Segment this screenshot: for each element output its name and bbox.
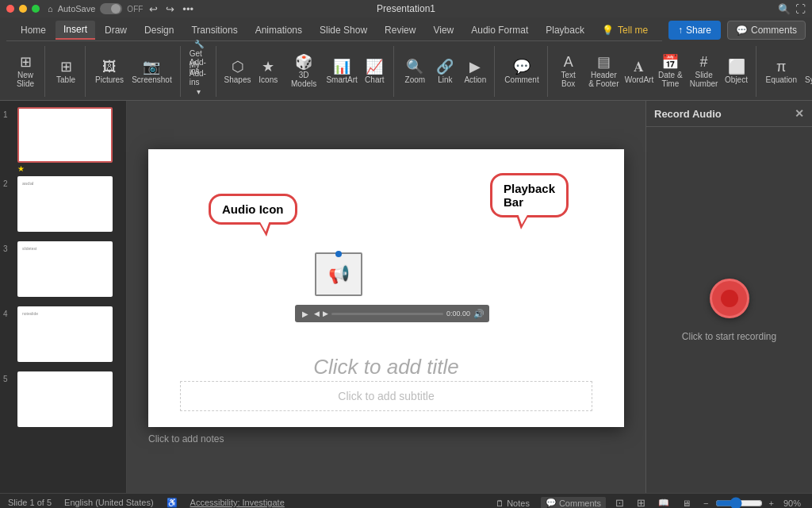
- link-button[interactable]: 🔗 Link: [431, 51, 459, 92]
- smartart-button[interactable]: 📊 SmartArt: [325, 51, 358, 92]
- presenter-view-icon[interactable]: 🖥: [679, 498, 694, 509]
- lightbulb-icon: 💡: [602, 25, 614, 36]
- ribbon-group-illustrations: ⬡ Shapes ★ Icons 🎲 3D Models 📊 SmartArt …: [218, 46, 395, 97]
- toggle-knob: [111, 4, 121, 13]
- tab-animations[interactable]: Animations: [247, 21, 310, 39]
- link-icon: 🔗: [436, 60, 454, 74]
- object-button[interactable]: ⬜ Object: [722, 51, 751, 92]
- slide-thumb-4[interactable]: 4 noteslide: [3, 306, 123, 362]
- slide-preview-4[interactable]: noteslide: [17, 306, 113, 362]
- zoom-slider[interactable]: [715, 497, 763, 509]
- resize-handle[interactable]: [335, 251, 342, 257]
- tab-view[interactable]: View: [425, 21, 462, 39]
- tab-audioformat[interactable]: Audio Format: [463, 21, 536, 39]
- titlebar-right: 🔍 ⛶: [778, 3, 806, 15]
- equation-icon: π: [776, 60, 786, 74]
- new-slide-button[interactable]: ⊞ New Slide: [11, 51, 40, 92]
- wordart-button[interactable]: 𝐀 WordArt: [625, 51, 653, 92]
- redo-button[interactable]: ↪: [164, 2, 176, 17]
- slide-thumb-1[interactable]: 1: [3, 107, 123, 163]
- reading-view-icon[interactable]: 📖: [655, 497, 672, 508]
- record-panel-close-button[interactable]: ✕: [795, 107, 804, 120]
- zoom-button[interactable]: 🔍 Zoom: [400, 51, 429, 92]
- screenshot-button[interactable]: 📷 Screenshot: [128, 51, 175, 92]
- home-icon[interactable]: ⌂: [48, 4, 53, 13]
- minimize-icon[interactable]: ⛶: [795, 3, 806, 15]
- action-button[interactable]: ▶ Action: [461, 51, 489, 92]
- pictures-button[interactable]: 🖼 Pictures: [92, 51, 127, 92]
- autosave-area: AutoSave OFF: [58, 3, 144, 14]
- slide-preview-1[interactable]: [17, 107, 113, 163]
- grid-view-icon[interactable]: ⊞: [634, 496, 649, 508]
- play-button[interactable]: ▶: [300, 308, 311, 319]
- datetime-button[interactable]: 📅 Date & Time: [655, 51, 686, 92]
- share-icon: ↑: [678, 25, 683, 36]
- slide-star-1: ★: [3, 164, 123, 173]
- zoom-level[interactable]: 90%: [780, 498, 804, 509]
- chart-button[interactable]: 📈 Chart: [360, 51, 389, 92]
- statusbar: Slide 1 of 5 English (United States) ♿ A…: [0, 493, 812, 508]
- normal-view-icon[interactable]: ⊡: [612, 496, 627, 508]
- next-icon[interactable]: ▶: [323, 310, 328, 318]
- maximize-dot[interactable]: [32, 5, 40, 13]
- datetime-icon: 📅: [661, 55, 679, 69]
- tab-transitions[interactable]: Transitions: [183, 21, 245, 39]
- tab-slideshow[interactable]: Slide Show: [312, 21, 375, 39]
- callout-audio: Audio Icon: [209, 194, 297, 225]
- comments-status-icon: 💬: [546, 498, 557, 508]
- audio-icon-element[interactable]: 📢: [315, 252, 362, 296]
- slide-thumb-5[interactable]: 5: [3, 371, 123, 427]
- tab-review[interactable]: Review: [377, 21, 423, 39]
- equation-button[interactable]: π Equation: [763, 51, 800, 92]
- record-button[interactable]: [710, 279, 749, 318]
- progress-bar[interactable]: [331, 313, 443, 315]
- tab-draw[interactable]: Draw: [97, 21, 135, 39]
- close-dot[interactable]: [6, 5, 14, 13]
- notes-placeholder[interactable]: Click to add notes: [148, 433, 624, 444]
- slide-preview-3[interactable]: slidetest: [17, 241, 113, 297]
- zoom-out-button[interactable]: −: [700, 498, 711, 509]
- tab-design[interactable]: Design: [136, 21, 182, 39]
- header-footer-button[interactable]: ▤ Header & Footer: [584, 51, 623, 92]
- slide-preview-5[interactable]: [17, 371, 113, 427]
- minimize-dot[interactable]: [19, 5, 27, 13]
- comments-status-button[interactable]: 💬 Comments: [541, 497, 606, 508]
- slide-preview-2[interactable]: asdal: [17, 176, 113, 232]
- shapes-button[interactable]: ⬡ Shapes: [223, 51, 253, 92]
- share-button[interactable]: ↑ Share: [668, 21, 721, 40]
- more-button[interactable]: •••: [181, 2, 195, 17]
- notes-button[interactable]: 🗒 Notes: [491, 498, 534, 509]
- tab-insert[interactable]: Insert: [56, 21, 95, 40]
- icons-button[interactable]: ★ Icons: [254, 51, 282, 92]
- volume-icon[interactable]: 🔊: [473, 309, 485, 319]
- 3d-models-button[interactable]: 🎲 3D Models: [284, 51, 324, 92]
- object-icon: ⬜: [728, 60, 745, 74]
- comments-button[interactable]: 💬 Comments: [727, 21, 806, 40]
- playback-bar[interactable]: ▶ ◀ ▶ 0:00.00 🔊: [295, 305, 489, 322]
- tab-tellme[interactable]: 💡 Tell me: [594, 21, 656, 39]
- slide-thumb-3[interactable]: 3 slidetest: [3, 241, 123, 297]
- table-button[interactable]: ⊞ Table: [52, 51, 80, 92]
- slidenum-button[interactable]: # Slide Number: [688, 51, 721, 92]
- slide-canvas[interactable]: Audio Icon Playback Bar 📢 ▶ ◀ ▶ 0:00.00 …: [148, 149, 624, 427]
- accessibility-status[interactable]: Accessibility: Investigate: [190, 498, 285, 508]
- addins-icon: 🔧: [194, 40, 204, 48]
- slide-title-placeholder[interactable]: Click to add title: [180, 355, 592, 379]
- prev-icon[interactable]: ◀: [314, 310, 320, 318]
- search-icon[interactable]: 🔍: [778, 3, 791, 15]
- tab-home[interactable]: Home: [13, 21, 54, 39]
- ribbon-group-links: 🔍 Zoom 🔗 Link ▶ Action: [396, 46, 495, 97]
- autosave-toggle[interactable]: [100, 3, 122, 14]
- header-icon: ▤: [597, 55, 611, 69]
- undo-button[interactable]: ↩: [147, 2, 159, 17]
- textbox-button[interactable]: A Text Box: [554, 51, 583, 92]
- symbol-button[interactable]: Ω Symbol: [802, 51, 812, 92]
- slide-subtitle-placeholder[interactable]: Click to add subtitle: [180, 381, 592, 411]
- slide-info: Slide 1 of 5: [8, 498, 52, 508]
- comment-button[interactable]: 💬 Comment: [501, 51, 542, 92]
- tab-playback[interactable]: Playback: [538, 21, 592, 39]
- titlebar-left: ⌂ AutoSave OFF ↩ ↪ •••: [6, 2, 195, 17]
- zoom-in-button[interactable]: +: [766, 498, 777, 509]
- my-addins-button[interactable]: My Add-ins ▾: [187, 68, 211, 87]
- slide-thumb-2[interactable]: 2 asdal: [3, 176, 123, 232]
